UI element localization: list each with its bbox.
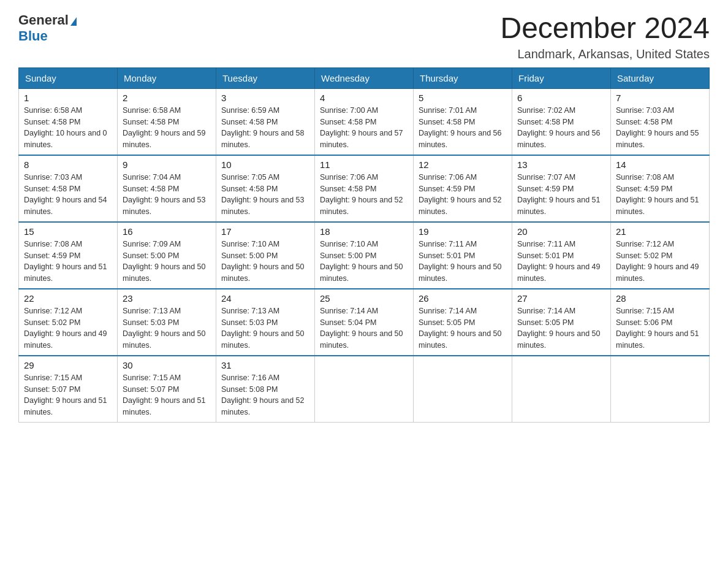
day-cell: 28Sunrise: 7:15 AMSunset: 5:06 PMDayligh… [611, 289, 710, 356]
day-info: Sunrise: 7:13 AMSunset: 5:03 PMDaylight:… [123, 305, 211, 351]
day-cell [512, 356, 611, 423]
day-info: Sunrise: 7:15 AMSunset: 5:07 PMDaylight:… [123, 372, 211, 418]
calendar-subtitle: Landmark, Arkansas, United States [500, 47, 710, 61]
weekday-header-tuesday: Tuesday [216, 67, 315, 88]
day-number: 11 [320, 159, 408, 170]
day-number: 17 [221, 226, 309, 237]
day-cell: 14Sunrise: 7:08 AMSunset: 4:59 PMDayligh… [611, 155, 710, 222]
weekday-header-sunday: Sunday [19, 67, 118, 88]
day-info: Sunrise: 6:59 AMSunset: 4:58 PMDaylight:… [221, 105, 309, 151]
day-cell: 29Sunrise: 7:15 AMSunset: 5:07 PMDayligh… [19, 356, 118, 423]
day-cell: 15Sunrise: 7:08 AMSunset: 4:59 PMDayligh… [19, 222, 118, 289]
day-number: 5 [419, 93, 507, 103]
day-info: Sunrise: 7:11 AMSunset: 5:01 PMDaylight:… [517, 239, 605, 285]
logo-triangle-icon [70, 17, 77, 26]
day-info: Sunrise: 7:14 AMSunset: 5:04 PMDaylight:… [320, 305, 408, 351]
day-info: Sunrise: 7:11 AMSunset: 5:01 PMDaylight:… [419, 239, 507, 285]
day-info: Sunrise: 7:06 AMSunset: 4:58 PMDaylight:… [320, 172, 408, 218]
day-cell [611, 356, 710, 423]
day-number: 8 [24, 159, 112, 170]
day-number: 13 [517, 159, 605, 170]
day-number: 1 [24, 93, 112, 103]
day-cell: 9Sunrise: 7:04 AMSunset: 4:58 PMDaylight… [118, 155, 216, 222]
day-number: 21 [616, 226, 704, 237]
day-info: Sunrise: 7:14 AMSunset: 5:05 PMDaylight:… [419, 305, 507, 351]
day-cell: 21Sunrise: 7:12 AMSunset: 5:02 PMDayligh… [611, 222, 710, 289]
day-cell: 4Sunrise: 7:00 AMSunset: 4:58 PMDaylight… [315, 88, 414, 155]
logo-general-text: General [18, 12, 69, 28]
day-number: 20 [517, 226, 605, 237]
day-number: 9 [123, 159, 211, 170]
day-cell: 22Sunrise: 7:12 AMSunset: 5:02 PMDayligh… [19, 289, 118, 356]
day-info: Sunrise: 7:14 AMSunset: 5:05 PMDaylight:… [517, 305, 605, 351]
day-cell: 24Sunrise: 7:13 AMSunset: 5:03 PMDayligh… [216, 289, 315, 356]
week-row-1: 1Sunrise: 6:58 AMSunset: 4:58 PMDaylight… [19, 88, 710, 155]
day-number: 18 [320, 226, 408, 237]
week-row-3: 15Sunrise: 7:08 AMSunset: 4:59 PMDayligh… [19, 222, 710, 289]
day-info: Sunrise: 7:16 AMSunset: 5:08 PMDaylight:… [221, 372, 309, 418]
day-info: Sunrise: 7:00 AMSunset: 4:58 PMDaylight:… [320, 105, 408, 151]
day-info: Sunrise: 7:03 AMSunset: 4:58 PMDaylight:… [616, 105, 704, 151]
day-cell: 12Sunrise: 7:06 AMSunset: 4:59 PMDayligh… [414, 155, 512, 222]
weekday-header-monday: Monday [118, 67, 216, 88]
day-number: 24 [221, 293, 309, 304]
day-info: Sunrise: 7:12 AMSunset: 5:02 PMDaylight:… [616, 239, 704, 285]
logo: General Blue [18, 12, 77, 44]
day-info: Sunrise: 7:08 AMSunset: 4:59 PMDaylight:… [616, 172, 704, 218]
day-cell: 6Sunrise: 7:02 AMSunset: 4:58 PMDaylight… [512, 88, 611, 155]
day-info: Sunrise: 7:02 AMSunset: 4:58 PMDaylight:… [517, 105, 605, 151]
day-info: Sunrise: 7:15 AMSunset: 5:07 PMDaylight:… [24, 372, 112, 418]
day-info: Sunrise: 7:10 AMSunset: 5:00 PMDaylight:… [320, 239, 408, 285]
day-number: 3 [221, 93, 309, 103]
day-number: 26 [419, 293, 507, 304]
day-cell: 1Sunrise: 6:58 AMSunset: 4:58 PMDaylight… [19, 88, 118, 155]
day-info: Sunrise: 7:05 AMSunset: 4:58 PMDaylight:… [221, 172, 309, 218]
day-cell: 30Sunrise: 7:15 AMSunset: 5:07 PMDayligh… [118, 356, 216, 423]
day-number: 2 [123, 93, 211, 103]
day-cell: 23Sunrise: 7:13 AMSunset: 5:03 PMDayligh… [118, 289, 216, 356]
day-info: Sunrise: 7:08 AMSunset: 4:59 PMDaylight:… [24, 239, 112, 285]
weekday-header-saturday: Saturday [611, 67, 710, 88]
day-info: Sunrise: 7:10 AMSunset: 5:00 PMDaylight:… [221, 239, 309, 285]
day-cell: 3Sunrise: 6:59 AMSunset: 4:58 PMDaylight… [216, 88, 315, 155]
day-cell: 7Sunrise: 7:03 AMSunset: 4:58 PMDaylight… [611, 88, 710, 155]
week-row-4: 22Sunrise: 7:12 AMSunset: 5:02 PMDayligh… [19, 289, 710, 356]
day-number: 27 [517, 293, 605, 304]
day-number: 7 [616, 93, 704, 103]
day-number: 25 [320, 293, 408, 304]
day-number: 16 [123, 226, 211, 237]
day-info: Sunrise: 7:06 AMSunset: 4:59 PMDaylight:… [419, 172, 507, 218]
page-header: General Blue December 2024 Landmark, Ark… [18, 12, 710, 61]
day-info: Sunrise: 7:07 AMSunset: 4:59 PMDaylight:… [517, 172, 605, 218]
day-number: 29 [24, 360, 112, 370]
week-row-2: 8Sunrise: 7:03 AMSunset: 4:58 PMDaylight… [19, 155, 710, 222]
day-cell: 25Sunrise: 7:14 AMSunset: 5:04 PMDayligh… [315, 289, 414, 356]
day-cell: 2Sunrise: 6:58 AMSunset: 4:58 PMDaylight… [118, 88, 216, 155]
day-number: 22 [24, 293, 112, 304]
day-info: Sunrise: 6:58 AMSunset: 4:58 PMDaylight:… [123, 105, 211, 151]
day-cell: 16Sunrise: 7:09 AMSunset: 5:00 PMDayligh… [118, 222, 216, 289]
weekday-header-wednesday: Wednesday [315, 67, 414, 88]
day-cell [315, 356, 414, 423]
weekday-header-row: SundayMondayTuesdayWednesdayThursdayFrid… [19, 67, 710, 88]
day-info: Sunrise: 7:15 AMSunset: 5:06 PMDaylight:… [616, 305, 704, 351]
day-cell: 18Sunrise: 7:10 AMSunset: 5:00 PMDayligh… [315, 222, 414, 289]
title-block: December 2024 Landmark, Arkansas, United… [500, 12, 710, 61]
day-cell: 17Sunrise: 7:10 AMSunset: 5:00 PMDayligh… [216, 222, 315, 289]
day-cell: 31Sunrise: 7:16 AMSunset: 5:08 PMDayligh… [216, 356, 315, 423]
calendar-table: SundayMondayTuesdayWednesdayThursdayFrid… [18, 67, 710, 423]
weekday-header-thursday: Thursday [414, 67, 512, 88]
day-number: 6 [517, 93, 605, 103]
day-info: Sunrise: 7:12 AMSunset: 5:02 PMDaylight:… [24, 305, 112, 351]
day-number: 15 [24, 226, 112, 237]
day-cell [414, 356, 512, 423]
day-cell: 11Sunrise: 7:06 AMSunset: 4:58 PMDayligh… [315, 155, 414, 222]
day-number: 31 [221, 360, 309, 370]
day-cell: 13Sunrise: 7:07 AMSunset: 4:59 PMDayligh… [512, 155, 611, 222]
day-number: 14 [616, 159, 704, 170]
day-cell: 8Sunrise: 7:03 AMSunset: 4:58 PMDaylight… [19, 155, 118, 222]
day-info: Sunrise: 6:58 AMSunset: 4:58 PMDaylight:… [24, 105, 112, 151]
day-number: 28 [616, 293, 704, 304]
day-number: 10 [221, 159, 309, 170]
day-cell: 20Sunrise: 7:11 AMSunset: 5:01 PMDayligh… [512, 222, 611, 289]
